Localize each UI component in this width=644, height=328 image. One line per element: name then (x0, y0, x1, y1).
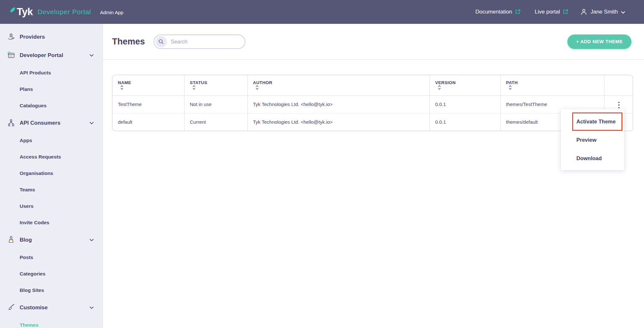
sidebar-item-label: Blog (20, 237, 32, 243)
search-input[interactable] (167, 39, 234, 45)
page-header-row: Themes + ADD NEW THEME (103, 24, 644, 60)
sidebar-item-categories[interactable]: Categories (0, 265, 103, 282)
sidebar-item-catalogues[interactable]: Catalogues (0, 97, 103, 114)
sidebar-item-label: API Consumers (20, 120, 61, 126)
sidebar-item-access-requests[interactable]: Access Requests (0, 149, 103, 165)
sidebar-item-label: Developer Portal (20, 52, 63, 59)
sidebar: Providers Developer Portal API Products … (0, 24, 103, 328)
theme-version-cell: 0.0.1 (430, 95, 500, 113)
kebab-menu-icon[interactable] (615, 100, 623, 110)
table-header-row: NAME STATUS AUTHOR VERSION PATH (112, 75, 633, 95)
column-header-name[interactable]: NAME (112, 75, 184, 95)
sort-icon (438, 85, 441, 90)
sidebar-item-blog-sites[interactable]: Blog Sites (0, 282, 103, 298)
chevron-down-icon (90, 54, 94, 57)
table-row: default Current Tyk Technologies Ltd. <h… (112, 113, 633, 131)
page-title: Themes (112, 37, 145, 47)
theme-author-cell: Tyk Technologies Ltd. <hello@tyk.io> (247, 113, 430, 131)
tyk-logo: Tyk Developer Portal Admin App (10, 6, 123, 18)
sort-icon (120, 85, 123, 90)
sidebar-item-api-products[interactable]: API Products (0, 64, 103, 81)
sidebar-item-plans[interactable]: Plans (0, 81, 103, 97)
theme-author-cell: Tyk Technologies Ltd. <hello@tyk.io> (247, 95, 430, 113)
sidebar-item-label: Providers (20, 34, 45, 40)
chevron-down-icon (90, 239, 94, 241)
sidebar-item-providers[interactable]: Providers (0, 28, 103, 46)
product-name: Developer Portal (38, 8, 91, 16)
app-name: Admin App (100, 10, 124, 15)
sidebar-item-blog[interactable]: Blog (0, 231, 103, 249)
sidebar-item-label: Plans (20, 86, 33, 92)
sidebar-item-label: Invite Codes (20, 220, 49, 226)
sidebar-item-apps[interactable]: Apps (0, 132, 103, 149)
external-link-icon (515, 9, 521, 14)
sidebar-item-posts[interactable]: Posts (0, 249, 103, 265)
blog-icon (6, 236, 15, 245)
sidebar-item-developer-portal[interactable]: Developer Portal (0, 46, 103, 64)
theme-version-cell: 0.0.1 (430, 113, 500, 131)
user-name: Jane Smith (591, 9, 618, 15)
logo-text: Tyk (17, 6, 33, 18)
sidebar-item-label: Access Requests (20, 154, 61, 160)
theme-status-cell: Current (184, 113, 247, 131)
theme-name-cell: default (112, 113, 184, 131)
live-portal-link[interactable]: Live portal (535, 9, 568, 15)
sort-icon (509, 85, 512, 90)
live-portal-link-label: Live portal (535, 9, 560, 15)
sidebar-item-customise[interactable]: Customise (0, 298, 103, 317)
user-icon (580, 8, 588, 16)
menu-item-activate-theme[interactable]: Activate Theme (561, 112, 624, 131)
column-header-author[interactable]: AUTHOR (247, 75, 430, 95)
sidebar-item-label: Users (20, 203, 33, 209)
external-link-icon (563, 9, 568, 14)
sidebar-item-teams[interactable]: Teams (0, 181, 103, 198)
user-menu[interactable]: Jane Smith (580, 8, 625, 16)
customise-icon (6, 303, 15, 312)
row-actions-menu: Activate Theme Preview Download (561, 109, 624, 170)
chevron-down-icon (90, 122, 94, 124)
sidebar-item-label: Blog Sites (20, 287, 44, 293)
sidebar-item-label: Customise (20, 304, 48, 311)
column-header-status[interactable]: STATUS (184, 75, 247, 95)
search-box (154, 34, 245, 49)
theme-status-cell: Not in use (184, 95, 247, 113)
top-nav: Documentation Live portal Jane Smith (475, 8, 625, 16)
sidebar-item-themes[interactable]: Themes (0, 317, 103, 328)
documentation-link-label: Documentation (475, 9, 512, 15)
menu-item-preview[interactable]: Preview (561, 131, 624, 149)
sidebar-item-label: Teams (20, 187, 35, 193)
sidebar-item-users[interactable]: Users (0, 198, 103, 214)
chevron-down-icon (621, 11, 625, 14)
sidebar-item-label: Themes (20, 322, 39, 328)
sidebar-item-label: Apps (20, 138, 32, 143)
api-consumers-icon (6, 119, 15, 128)
sidebar-item-label: Catalogues (20, 103, 47, 109)
themes-table: NAME STATUS AUTHOR VERSION PATH (112, 75, 633, 131)
menu-item-download[interactable]: Download (561, 149, 624, 168)
sidebar-item-label: Categories (20, 271, 45, 277)
sidebar-item-organisations[interactable]: Organisations (0, 165, 103, 181)
add-new-theme-button[interactable]: + ADD NEW THEME (567, 34, 631, 49)
column-header-path[interactable]: PATH (500, 75, 604, 95)
sidebar-item-api-consumers[interactable]: API Consumers (0, 114, 103, 132)
column-header-version[interactable]: VERSION (430, 75, 500, 95)
tyk-leaf-icon (10, 7, 16, 13)
providers-icon (6, 33, 15, 42)
sort-icon (193, 85, 195, 90)
sort-icon (256, 85, 259, 90)
documentation-link[interactable]: Documentation (475, 9, 520, 15)
sidebar-item-label: Organisations (20, 170, 53, 176)
sidebar-item-label: Posts (20, 255, 33, 260)
developer-portal-icon (6, 51, 15, 60)
chevron-down-icon (90, 306, 94, 309)
theme-name-cell: TestTheme (112, 95, 184, 113)
column-header-actions (604, 75, 633, 95)
main-content: Themes + ADD NEW THEME NAME (103, 24, 644, 328)
sidebar-item-invite-codes[interactable]: Invite Codes (0, 214, 103, 231)
sidebar-item-label: API Products (20, 70, 51, 76)
top-header: Tyk Developer Portal Admin App Documenta… (0, 0, 644, 24)
table-row: TestTheme Not in use Tyk Technologies Lt… (112, 95, 633, 113)
search-icon (156, 36, 167, 47)
